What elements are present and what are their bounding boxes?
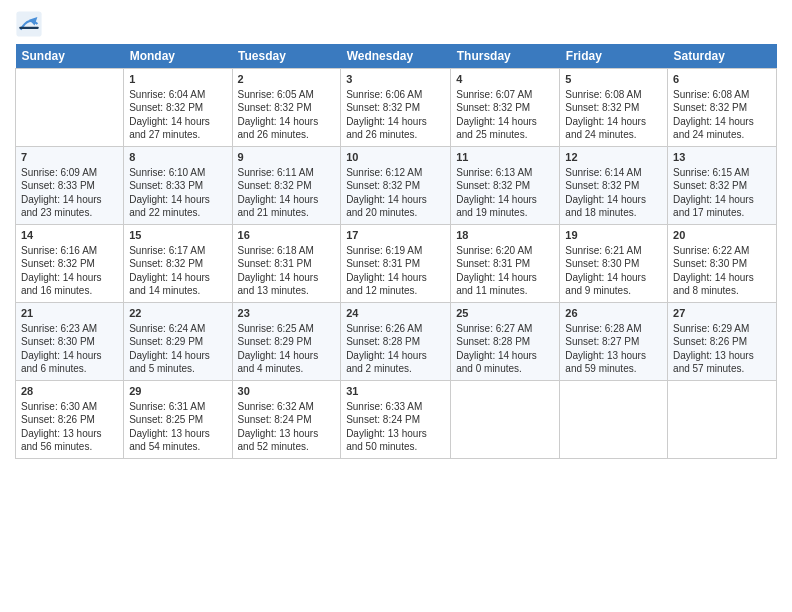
cell-content: Sunset: 8:26 PM	[673, 335, 771, 349]
calendar-cell: 3Sunrise: 6:06 AMSunset: 8:32 PMDaylight…	[341, 69, 451, 147]
cell-content: Sunset: 8:32 PM	[129, 257, 226, 271]
cell-content: and 59 minutes.	[565, 362, 662, 376]
cell-content: Daylight: 13 hours	[21, 427, 118, 441]
calendar-cell: 29Sunrise: 6:31 AMSunset: 8:25 PMDayligh…	[124, 381, 232, 459]
cell-content: Daylight: 14 hours	[673, 193, 771, 207]
cell-content: Sunrise: 6:22 AM	[673, 244, 771, 258]
day-number: 17	[346, 228, 445, 243]
cell-content: Sunset: 8:25 PM	[129, 413, 226, 427]
cell-content: Sunset: 8:32 PM	[21, 257, 118, 271]
cell-content: Daylight: 14 hours	[129, 271, 226, 285]
calendar-cell: 21Sunrise: 6:23 AMSunset: 8:30 PMDayligh…	[16, 303, 124, 381]
cell-content: Sunset: 8:28 PM	[346, 335, 445, 349]
cell-content: Daylight: 13 hours	[238, 427, 336, 441]
calendar-cell: 31Sunrise: 6:33 AMSunset: 8:24 PMDayligh…	[341, 381, 451, 459]
cell-content: Daylight: 14 hours	[346, 193, 445, 207]
cell-content: Sunrise: 6:17 AM	[129, 244, 226, 258]
cell-content: Daylight: 14 hours	[346, 271, 445, 285]
cell-content: Sunrise: 6:16 AM	[21, 244, 118, 258]
cell-content: Sunrise: 6:06 AM	[346, 88, 445, 102]
cell-content: Daylight: 14 hours	[129, 193, 226, 207]
cell-content: Sunrise: 6:14 AM	[565, 166, 662, 180]
cell-content: Sunrise: 6:08 AM	[565, 88, 662, 102]
cell-content: Sunset: 8:32 PM	[565, 179, 662, 193]
cell-content: Sunrise: 6:25 AM	[238, 322, 336, 336]
calendar-cell: 8Sunrise: 6:10 AMSunset: 8:33 PMDaylight…	[124, 147, 232, 225]
header-monday: Monday	[124, 44, 232, 69]
cell-content: Daylight: 14 hours	[456, 349, 554, 363]
cell-content: Sunrise: 6:15 AM	[673, 166, 771, 180]
cell-content: Sunset: 8:30 PM	[673, 257, 771, 271]
week-row-1: 7Sunrise: 6:09 AMSunset: 8:33 PMDaylight…	[16, 147, 777, 225]
cell-content: Sunrise: 6:04 AM	[129, 88, 226, 102]
day-number: 1	[129, 72, 226, 87]
calendar-cell	[16, 69, 124, 147]
calendar-cell: 24Sunrise: 6:26 AMSunset: 8:28 PMDayligh…	[341, 303, 451, 381]
calendar-cell: 11Sunrise: 6:13 AMSunset: 8:32 PMDayligh…	[451, 147, 560, 225]
cell-content: and 54 minutes.	[129, 440, 226, 454]
cell-content: and 56 minutes.	[21, 440, 118, 454]
cell-content: and 11 minutes.	[456, 284, 554, 298]
cell-content: and 52 minutes.	[238, 440, 336, 454]
calendar-cell: 10Sunrise: 6:12 AMSunset: 8:32 PMDayligh…	[341, 147, 451, 225]
cell-content: and 27 minutes.	[129, 128, 226, 142]
cell-content: Daylight: 14 hours	[565, 115, 662, 129]
calendar-cell: 2Sunrise: 6:05 AMSunset: 8:32 PMDaylight…	[232, 69, 341, 147]
day-number: 8	[129, 150, 226, 165]
cell-content: Sunrise: 6:07 AM	[456, 88, 554, 102]
cell-content: Sunset: 8:31 PM	[346, 257, 445, 271]
calendar-cell: 5Sunrise: 6:08 AMSunset: 8:32 PMDaylight…	[560, 69, 668, 147]
day-number: 29	[129, 384, 226, 399]
calendar-cell: 1Sunrise: 6:04 AMSunset: 8:32 PMDaylight…	[124, 69, 232, 147]
day-number: 20	[673, 228, 771, 243]
day-number: 5	[565, 72, 662, 87]
cell-content: Sunrise: 6:19 AM	[346, 244, 445, 258]
header-row: SundayMondayTuesdayWednesdayThursdayFrid…	[16, 44, 777, 69]
day-number: 24	[346, 306, 445, 321]
cell-content: and 18 minutes.	[565, 206, 662, 220]
cell-content: and 25 minutes.	[456, 128, 554, 142]
cell-content: Sunrise: 6:23 AM	[21, 322, 118, 336]
day-number: 19	[565, 228, 662, 243]
calendar-cell: 18Sunrise: 6:20 AMSunset: 8:31 PMDayligh…	[451, 225, 560, 303]
week-row-0: 1Sunrise: 6:04 AMSunset: 8:32 PMDaylight…	[16, 69, 777, 147]
cell-content: and 24 minutes.	[673, 128, 771, 142]
calendar-cell: 14Sunrise: 6:16 AMSunset: 8:32 PMDayligh…	[16, 225, 124, 303]
day-number: 25	[456, 306, 554, 321]
cell-content: Daylight: 14 hours	[565, 193, 662, 207]
calendar-cell: 25Sunrise: 6:27 AMSunset: 8:28 PMDayligh…	[451, 303, 560, 381]
calendar-cell: 30Sunrise: 6:32 AMSunset: 8:24 PMDayligh…	[232, 381, 341, 459]
cell-content: Sunset: 8:32 PM	[565, 101, 662, 115]
day-number: 6	[673, 72, 771, 87]
cell-content: Daylight: 14 hours	[238, 115, 336, 129]
cell-content: Sunset: 8:33 PM	[21, 179, 118, 193]
cell-content: and 4 minutes.	[238, 362, 336, 376]
cell-content: Daylight: 14 hours	[129, 349, 226, 363]
header-wednesday: Wednesday	[341, 44, 451, 69]
cell-content: and 5 minutes.	[129, 362, 226, 376]
day-number: 3	[346, 72, 445, 87]
cell-content: Sunset: 8:24 PM	[238, 413, 336, 427]
cell-content: and 23 minutes.	[21, 206, 118, 220]
cell-content: and 0 minutes.	[456, 362, 554, 376]
cell-content: Sunrise: 6:18 AM	[238, 244, 336, 258]
cell-content: Daylight: 13 hours	[346, 427, 445, 441]
cell-content: and 14 minutes.	[129, 284, 226, 298]
cell-content: Sunset: 8:33 PM	[129, 179, 226, 193]
calendar-cell: 26Sunrise: 6:28 AMSunset: 8:27 PMDayligh…	[560, 303, 668, 381]
cell-content: and 13 minutes.	[238, 284, 336, 298]
svg-rect-1	[19, 27, 39, 29]
day-number: 4	[456, 72, 554, 87]
cell-content: Daylight: 13 hours	[673, 349, 771, 363]
cell-content: and 17 minutes.	[673, 206, 771, 220]
week-row-4: 28Sunrise: 6:30 AMSunset: 8:26 PMDayligh…	[16, 381, 777, 459]
cell-content: Daylight: 14 hours	[346, 349, 445, 363]
cell-content: and 8 minutes.	[673, 284, 771, 298]
page-container: SundayMondayTuesdayWednesdayThursdayFrid…	[0, 0, 792, 464]
calendar-cell: 15Sunrise: 6:17 AMSunset: 8:32 PMDayligh…	[124, 225, 232, 303]
header-tuesday: Tuesday	[232, 44, 341, 69]
cell-content: Sunrise: 6:33 AM	[346, 400, 445, 414]
cell-content: Sunrise: 6:05 AM	[238, 88, 336, 102]
cell-content: Daylight: 14 hours	[129, 115, 226, 129]
day-number: 31	[346, 384, 445, 399]
